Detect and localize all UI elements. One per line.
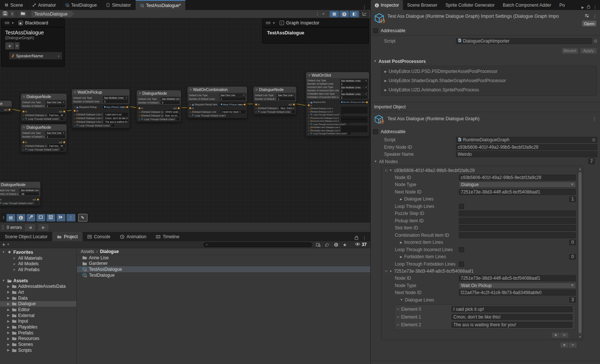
editor-tab-animator[interactable]: Animator [28, 0, 61, 10]
add-element-button[interactable]: + [551, 332, 560, 338]
default-dialogue-line-input[interactable]: Nice, that's it [279, 107, 294, 109]
output-port[interactable] [293, 104, 295, 105]
array-size-field[interactable]: 1 [569, 196, 576, 202]
kebab-icon[interactable]: ⋮ [592, 116, 597, 121]
tree-item-data[interactable]: ▶Data [0, 295, 76, 301]
scrollbar-thumb[interactable] [579, 172, 581, 333]
node-header[interactable]: ≡DialogueNode [21, 94, 67, 100]
incorrect-item-dialogue-line-2-input[interactable] [341, 119, 367, 122]
default-dialogue-line-1-input[interactable] [341, 107, 367, 110]
node-header[interactable]: ≡WaitOnSlot [306, 72, 369, 78]
tree-item-art[interactable]: ▶Art [0, 289, 76, 295]
output-port[interactable] [63, 141, 65, 143]
tree-item-addressableassetsdata[interactable]: ▶AddressableAssetsData [0, 283, 76, 289]
array-size-field[interactable]: 0 [569, 240, 576, 245]
add-element-button[interactable]: + [560, 342, 569, 348]
expander-icon[interactable]: ▶ [6, 331, 10, 334]
node-header[interactable]: ≡WaitOnPickup [72, 89, 130, 95]
file-row-testdialogue[interactable]: {}TestDialogue [77, 272, 370, 278]
tree-item-resources[interactable]: ▶Resources [0, 336, 76, 342]
node-id-field[interactable]: c93b5606-401f-49a2-99b5-9ecbf1fa9c29 [459, 175, 576, 181]
kebab-icon[interactable]: ⋮ [359, 5, 370, 10]
blackboard-property-speakername[interactable]: // SpeakerName ‹ [9, 52, 62, 60]
all-nodes-size[interactable]: 7 [588, 159, 595, 164]
number-of-default-lines-input[interactable]: 1 [220, 97, 246, 100]
loop-through-incorrect-lines-checkbox[interactable] [459, 247, 464, 252]
editor-tab-simulator[interactable]: Simulator [101, 0, 136, 10]
tab-timeline[interactable]: Timeline [151, 232, 184, 241]
editor-tab-scene[interactable]: Scene [0, 0, 28, 10]
expander-icon[interactable]: ▶ [6, 320, 10, 323]
asset-postprocessors-header[interactable]: ▼ Asset PostProcessors [374, 59, 600, 64]
breadcrumb[interactable]: TestAssDialogue [31, 11, 71, 17]
node-header[interactable]: ≡DialogueNode [137, 90, 181, 96]
expander-icon[interactable]: ▶ [6, 290, 10, 294]
pickup-item-id-field[interactable] [459, 218, 576, 224]
tree-item-external[interactable]: ▶External [0, 313, 76, 318]
expander-icon[interactable]: ▶ [6, 296, 10, 300]
array-size-field[interactable]: 3 [569, 297, 576, 303]
tab-animation[interactable]: Animation [115, 232, 151, 241]
apply-button[interactable]: Apply [580, 48, 597, 54]
postprocessor-item[interactable]: ▶UnityEditor.U2D.PSD.PSDImporterAssetPos… [381, 67, 597, 76]
loop-through-incorrect-item-lines-checkbox[interactable]: ✓ [347, 123, 349, 125]
default-dialogue-line-1-input[interactable]: I said pick it up! [104, 113, 128, 116]
graph-node-dialoguenode[interactable]: ≡DialogueNodeDefault Line TypeSay One Li… [20, 93, 67, 122]
graph-node-waitonpickup[interactable]: ≡WaitOnPickupDefault Line TypeSay Multip… [71, 89, 130, 128]
tools-button[interactable] [26, 214, 36, 222]
editor-tab-testdialogue[interactable]: {}TestDialogue [61, 0, 101, 10]
inspector-tab-inspector[interactable]: iInspector [371, 0, 403, 10]
node-header[interactable]: ≡DialogueNode [21, 124, 67, 130]
default-line-type-dropdown[interactable]: Say Multiple Lines▾ [340, 79, 368, 82]
next-node-id-field[interactable]: 7251e73e-38d3-44ff-a8c5-bcf54088aaf1 [459, 189, 576, 195]
inspector-tab-scene-browser[interactable]: Scene Browser [403, 0, 441, 10]
expander-icon[interactable]: ▶ [6, 314, 10, 317]
collapse-icon[interactable]: ▼ [273, 21, 276, 25]
loop-through-default-lines-checkbox[interactable] [292, 111, 294, 113]
output-port[interactable] [63, 111, 65, 112]
node-type-dropdown[interactable]: Wait On Pickup▼ [459, 283, 576, 289]
loop-through-default-lines-checkbox[interactable] [112, 124, 114, 127]
remove-element-button[interactable]: − [569, 342, 577, 348]
output-port[interactable] [244, 104, 246, 105]
tree-item-playables[interactable]: ▶Playables [0, 324, 76, 330]
create-menu-button[interactable]: + [2, 242, 5, 247]
tree-item-all-models[interactable]: ⌕All Models [0, 261, 76, 267]
number-of-default-lines-input[interactable]: 3 [340, 82, 368, 85]
output-port[interactable] [9, 109, 10, 111]
hamburger-icon[interactable]: ≡≡ [4, 20, 9, 26]
loop-through-default-lines-checkbox[interactable]: ✓ [341, 114, 343, 116]
expander-icon[interactable]: ▶ [6, 302, 10, 306]
save-button[interactable] [1, 11, 9, 17]
number-of-default-lines-input[interactable]: -55 [20, 192, 39, 195]
foldout-dialogue-lines[interactable]: ▼Dialogue Lines [381, 297, 459, 303]
expander-icon[interactable]: ▶ [6, 326, 10, 329]
load-graph-button[interactable] [19, 11, 27, 17]
breadcrumb-root[interactable]: Assets [81, 249, 94, 254]
element-2-field[interactable]: The ass is waiting there for you! [451, 322, 573, 328]
addressable-checkbox[interactable] [373, 28, 378, 33]
default-line-type-dropdown[interactable]: Say Multiple Lines▾ [20, 189, 39, 192]
tree-item-scenes[interactable]: ▶Scenes [0, 341, 76, 347]
graph-node-dialoguenode[interactable]: ≡DialogueNodeDefault Line TypeSay Multip… [0, 181, 41, 206]
node-type-dropdown[interactable]: Dialogue▼ [459, 182, 576, 188]
output-port[interactable] [366, 101, 368, 103]
number-of-default-lines-input[interactable]: 1 [46, 135, 65, 138]
lock-icon[interactable] [354, 235, 359, 241]
minimap-toggle-button[interactable]: ◧ [350, 11, 359, 17]
forbidden-item-dialogue-line-1-input[interactable] [341, 126, 367, 129]
remove-element-button[interactable]: − [560, 332, 569, 338]
default-dialogue-line-2-input[interactable] [341, 110, 367, 113]
scroll-down-icon[interactable]: ▼ [578, 336, 582, 338]
file-row-anne-lise[interactable]: Anne Lise [77, 255, 370, 261]
default-dialogue-line-input[interactable]: Fast boy... W [48, 144, 65, 147]
graph-node-waitonslot[interactable]: ≡WaitOnSlotDefault Line TypeSay Multiple… [306, 72, 370, 136]
edit-button[interactable]: ✎ [78, 214, 87, 222]
graph-node-waitoncombination[interactable]: ≡WaitOnCombinationDefault Line TypeSay O… [187, 86, 247, 118]
expander-icon[interactable]: ▼ [1, 250, 6, 254]
tree-item-all-prefabs[interactable]: ⌕All Prefabs [0, 267, 76, 273]
collapse-icon[interactable]: ▼ [11, 21, 14, 25]
incorrect-item-dialogue-line-1-input[interactable] [341, 117, 367, 119]
input-port[interactable] [255, 104, 257, 105]
file-row-gardener[interactable]: Gardener [77, 261, 370, 267]
